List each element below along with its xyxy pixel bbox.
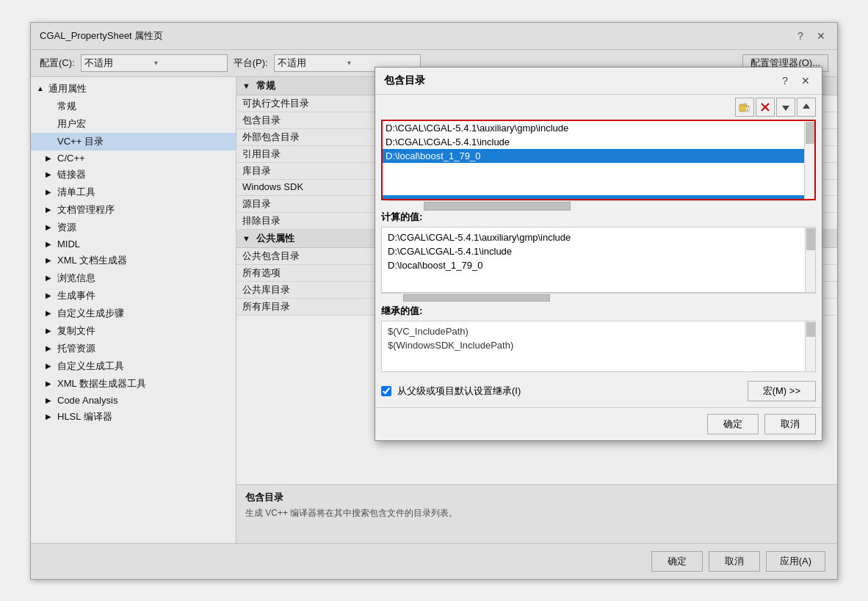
- computed-scrollbar[interactable]: [805, 227, 815, 292]
- delete-button[interactable]: [756, 98, 775, 117]
- inherited-list: $(VC_IncludePath) $(WindowsSDK_IncludePa…: [382, 321, 815, 371]
- inherited-item-2: $(WindowsSDK_IncludePath): [385, 338, 805, 352]
- inherited-scrollbar[interactable]: [805, 321, 815, 371]
- computed-item-1: D:\CGAL\CGAL-5.4.1\auxiliary\gmp\include: [385, 230, 805, 244]
- include-dialog: 包含目录 ? ✕ +: [375, 67, 822, 441]
- computed-label: 计算的值:: [381, 211, 816, 224]
- include-dialog-footer: 确定 取消: [375, 407, 822, 440]
- include-close-button[interactable]: ✕: [798, 73, 813, 88]
- move-down-button[interactable]: [776, 98, 795, 117]
- path-item-3[interactable]: D:\local\boost_1_79_0: [383, 149, 804, 163]
- include-ok-button[interactable]: 确定: [707, 414, 759, 434]
- inherited-list-container: $(VC_IncludePath) $(WindowsSDK_IncludePa…: [381, 321, 816, 372]
- path-item-2[interactable]: D:\CGAL\CGAL-5.4.1\include: [383, 135, 804, 149]
- svg-text:+: +: [747, 107, 749, 112]
- path-item-1[interactable]: D:\CGAL\CGAL-5.4.1\auxiliary\gmp\include: [383, 121, 804, 135]
- include-title-buttons: ? ✕: [778, 73, 813, 88]
- overlay: 包含目录 ? ✕ +: [31, 23, 837, 579]
- path-list[interactable]: D:\CGAL\CGAL-5.4.1\auxiliary\gmp\include…: [383, 121, 814, 199]
- path-list-scrollbar[interactable]: [804, 121, 814, 199]
- svg-marker-8: [803, 103, 810, 109]
- include-dialog-title: 包含目录: [384, 74, 425, 87]
- computed-scroll-thumb: [806, 228, 815, 250]
- inherit-checkbox[interactable]: [381, 386, 391, 396]
- include-title-bar: 包含目录 ? ✕: [375, 68, 822, 95]
- computed-section: 计算的值: D:\CGAL\CGAL-5.4.1\auxiliary\gmp\i…: [381, 211, 816, 302]
- path-list-container: D:\CGAL\CGAL-5.4.1\auxiliary\gmp\include…: [381, 120, 816, 211]
- include-help-button[interactable]: ?: [778, 73, 792, 88]
- path-list-scroll-thumb: [806, 122, 814, 144]
- inherit-checkbox-label: 从父级或项目默认设置继承(I): [397, 385, 521, 398]
- svg-marker-7: [782, 106, 789, 111]
- computed-hscroll-thumb: [403, 294, 550, 302]
- computed-item-3: D:\local\boost_1_79_0: [385, 258, 805, 272]
- inherited-scroll-thumb: [806, 322, 815, 337]
- blue-bar: [383, 195, 804, 199]
- path-list-hscroll-thumb: [424, 202, 571, 211]
- include-cancel-button[interactable]: 取消: [764, 414, 816, 434]
- computed-hscroll[interactable]: [381, 293, 816, 302]
- folder-button[interactable]: +: [735, 98, 754, 117]
- inherit-checkbox-row: 从父级或项目默认设置继承(I) 宏(M) >>: [381, 381, 816, 401]
- svg-rect-2: [744, 103, 747, 106]
- inherited-item-1: $(VC_IncludePath): [385, 324, 805, 338]
- path-list-border: D:\CGAL\CGAL-5.4.1\auxiliary\gmp\include…: [381, 120, 816, 200]
- inherited-section: 继承的值: $(VC_IncludePath) $(WindowsSDK_Inc…: [381, 305, 816, 372]
- inherited-label: 继承的值:: [381, 305, 816, 318]
- path-list-hscroll[interactable]: [387, 200, 810, 211]
- computed-list: D:\CGAL\CGAL-5.4.1\auxiliary\gmp\include…: [382, 227, 815, 292]
- include-toolbar: +: [375, 95, 822, 120]
- move-up-button[interactable]: [797, 98, 816, 117]
- macro-button[interactable]: 宏(M) >>: [748, 381, 816, 401]
- computed-list-container: D:\CGAL\CGAL-5.4.1\auxiliary\gmp\include…: [381, 227, 816, 293]
- computed-item-2: D:\CGAL\CGAL-5.4.1\include: [385, 244, 805, 258]
